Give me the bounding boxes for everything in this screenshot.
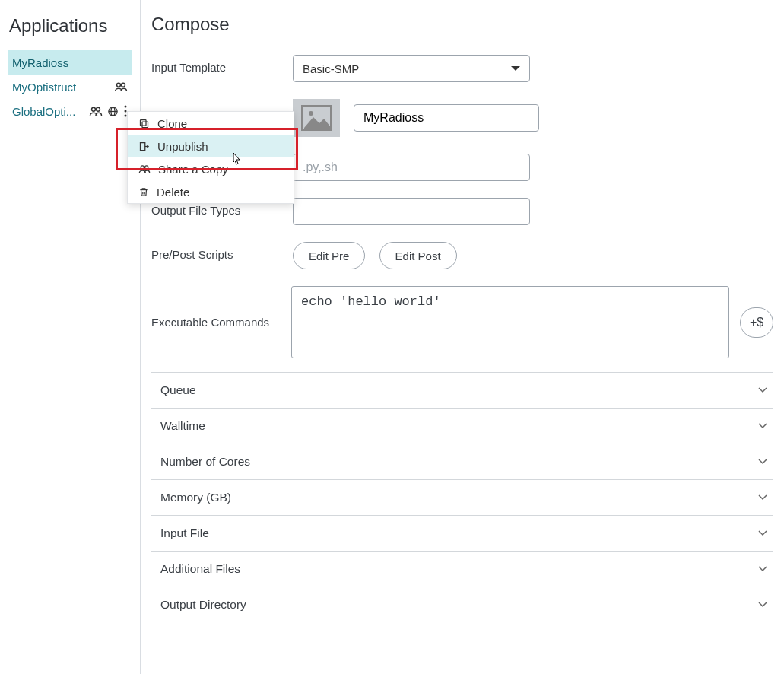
menu-clone[interactable]: Clone (128, 112, 294, 135)
accordion-additional-files[interactable]: Additional Files (151, 551, 773, 587)
svg-rect-9 (142, 122, 148, 128)
executable-commands-row: Executable Commands echo 'hello world' +… (151, 286, 773, 358)
menu-unpublish[interactable]: Unpublish (128, 135, 294, 157)
edit-post-button[interactable]: Edit Post (379, 242, 457, 269)
app-thumbnail[interactable] (293, 99, 340, 137)
svg-rect-10 (141, 119, 147, 126)
chevron-down-icon (758, 530, 767, 536)
app-name-input[interactable] (354, 104, 539, 132)
accordion-memory[interactable]: Memory (GB) (151, 479, 773, 515)
chevron-down-icon (758, 459, 767, 465)
output-file-types-input[interactable] (293, 198, 530, 225)
accordion-queue[interactable]: Queue (151, 372, 773, 408)
page-title: Compose (151, 14, 773, 35)
copy-icon (138, 118, 150, 129)
globe-icon (107, 106, 119, 117)
accordion-input-file[interactable]: Input File (151, 515, 773, 551)
chevron-down-icon (511, 66, 520, 71)
svg-point-1 (122, 83, 125, 87)
add-variable-button[interactable]: +$ (740, 307, 773, 338)
input-template-select[interactable]: Basic-SMP (293, 55, 530, 82)
executable-commands-input[interactable]: echo 'hello world' (291, 286, 729, 358)
context-menu: Clone Unpublish Share a Copy (127, 111, 294, 204)
svg-point-3 (97, 107, 100, 111)
svg-point-14 (309, 111, 313, 116)
app-item-myoptistruct[interactable]: MyOptistruct (8, 75, 132, 99)
image-placeholder-icon (301, 105, 332, 131)
svg-point-12 (145, 166, 148, 169)
chevron-down-icon (758, 494, 767, 501)
svg-point-6 (125, 106, 127, 108)
edit-pre-button[interactable]: Edit Pre (293, 242, 365, 269)
menu-delete[interactable]: Delete (128, 180, 294, 203)
compose-panel: Compose Input Template Basic-SMP (141, 0, 784, 674)
chevron-down-icon (758, 423, 767, 429)
chevron-down-icon (758, 602, 767, 608)
chevron-down-icon (758, 387, 767, 393)
chevron-down-icon (758, 566, 767, 572)
parameters-accordion: Queue Walltime Number of Cores Memory (G… (151, 372, 773, 622)
input-file-types-input[interactable] (293, 154, 530, 181)
svg-point-0 (117, 83, 121, 87)
accordion-cores[interactable]: Number of Cores (151, 444, 773, 479)
accordion-walltime[interactable]: Walltime (151, 408, 773, 444)
accordion-output-directory[interactable]: Output Directory (151, 587, 773, 622)
svg-point-2 (92, 107, 96, 111)
users-icon (138, 164, 151, 174)
svg-point-11 (141, 166, 144, 169)
applications-sidebar: Applications MyRadioss MyOptistruct Glob… (0, 0, 141, 674)
sidebar-title: Applications (9, 15, 132, 37)
menu-share-a-copy[interactable]: Share a Copy (128, 157, 294, 180)
app-item-myradioss[interactable]: MyRadioss (8, 50, 132, 75)
app-item-globalopti[interactable]: GlobalOpti... (8, 99, 132, 123)
trash-icon (138, 186, 149, 198)
input-template-label: Input Template (151, 55, 293, 74)
prepost-label: Pre/Post Scripts (151, 242, 293, 261)
users-icon (114, 81, 128, 92)
users-icon (89, 106, 103, 116)
executable-commands-label: Executable Commands (151, 316, 281, 329)
export-icon (138, 141, 150, 152)
